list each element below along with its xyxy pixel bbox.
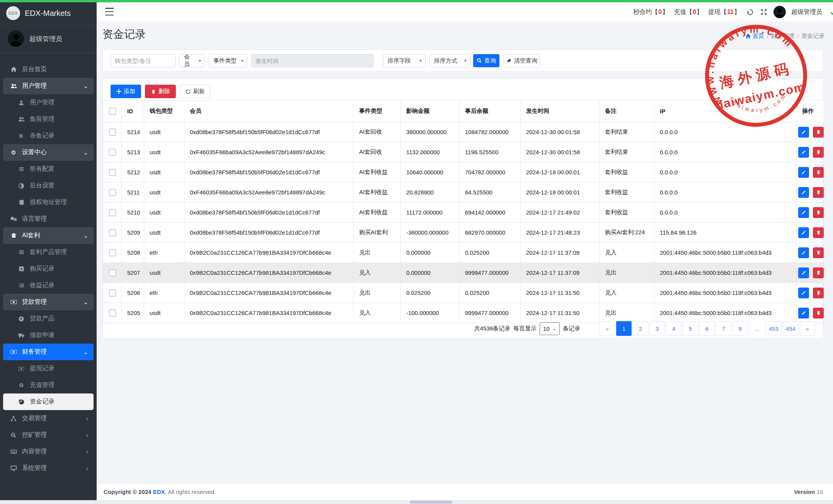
select-all-checkbox[interactable] bbox=[109, 108, 116, 115]
page-button[interactable]: 2 bbox=[633, 321, 648, 336]
col-time[interactable]: 发生时间 bbox=[521, 100, 600, 122]
col-event-type[interactable]: 事件类型 bbox=[354, 100, 401, 122]
sidebar-item-fund-records[interactable]: 资金记录 bbox=[3, 393, 94, 410]
page-button[interactable]: 454 bbox=[783, 321, 799, 336]
sidebar-item-purchase-records[interactable]: A 购买记录 bbox=[3, 261, 94, 277]
page-button[interactable]: 7 bbox=[716, 321, 731, 336]
page-button[interactable]: 1 bbox=[616, 321, 632, 336]
sidebar-item-settings-center[interactable]: ⚙ 设置中心 ⌄ bbox=[3, 144, 94, 161]
page-button[interactable]: 6 bbox=[699, 321, 715, 336]
col-note[interactable]: 备注 bbox=[600, 100, 654, 122]
col-balance[interactable]: 事后余额 bbox=[460, 100, 521, 122]
scrollbar-thumb[interactable] bbox=[410, 501, 452, 504]
page-button[interactable]: 453 bbox=[766, 321, 782, 336]
edit-button[interactable] bbox=[798, 308, 809, 318]
edit-button[interactable] bbox=[798, 187, 809, 198]
edit-button[interactable] bbox=[798, 227, 809, 238]
sidebar-item-arbitrage-products[interactable]: 套利产品管理 bbox=[3, 244, 94, 261]
delete-row-button[interactable] bbox=[813, 127, 824, 138]
col-ip[interactable]: IP bbox=[654, 100, 797, 122]
row-checkbox[interactable] bbox=[109, 149, 116, 156]
clear-search-button[interactable]: 清空查询 bbox=[503, 54, 540, 67]
time-range-input[interactable] bbox=[251, 54, 373, 67]
edit-button[interactable] bbox=[798, 127, 809, 138]
row-checkbox[interactable] bbox=[109, 269, 116, 276]
row-checkbox[interactable] bbox=[109, 310, 116, 317]
sidebar-item-fry-mgmt[interactable]: 鱼苗管理 bbox=[3, 111, 94, 128]
page-button[interactable]: 5 bbox=[683, 321, 698, 336]
breadcrumb-home[interactable]: 首页 bbox=[745, 32, 764, 40]
sidebar-item-loan-products[interactable]: P 贷款产品 bbox=[3, 310, 94, 327]
stat-recharge[interactable]: 充值【0】 bbox=[674, 8, 703, 16]
delete-row-button[interactable] bbox=[813, 227, 824, 238]
member-select[interactable]: 会员▾ bbox=[179, 54, 205, 67]
edit-button[interactable] bbox=[798, 207, 809, 218]
page-button[interactable]: « bbox=[600, 321, 615, 336]
sidebar-toggle-icon[interactable] bbox=[105, 8, 114, 15]
edit-button[interactable] bbox=[798, 167, 809, 178]
edit-button[interactable] bbox=[798, 288, 809, 298]
sidebar-item-profit-records[interactable]: 收益记录 bbox=[3, 277, 94, 294]
row-checkbox[interactable] bbox=[109, 249, 116, 256]
per-page-select[interactable]: 10 ⌄ bbox=[540, 322, 560, 335]
sidebar-item-content-mgmt[interactable]: 内容管理 ‹ bbox=[3, 443, 94, 460]
sidebar-item-auth-address[interactable]: 授权地址管理 bbox=[3, 194, 94, 211]
sort-field-select[interactable]: 排序字段▾ bbox=[383, 54, 426, 67]
edit-button[interactable] bbox=[798, 267, 809, 278]
delete-row-button[interactable] bbox=[813, 147, 824, 158]
sidebar-item-loan-applications[interactable]: 借款申请 bbox=[3, 327, 94, 344]
edit-button[interactable] bbox=[798, 147, 809, 158]
delete-row-button[interactable] bbox=[813, 207, 824, 218]
page-button[interactable]: » bbox=[800, 321, 815, 336]
delete-button[interactable]: 删除 bbox=[145, 85, 176, 98]
add-button[interactable]: 添加 bbox=[111, 85, 141, 98]
sort-order-select[interactable]: 排序方式▾ bbox=[429, 54, 470, 67]
stat-withdraw[interactable]: 提现【11】 bbox=[708, 8, 740, 16]
delete-row-button[interactable] bbox=[813, 288, 824, 298]
row-checkbox[interactable] bbox=[109, 189, 116, 196]
page-button[interactable]: 4 bbox=[666, 321, 681, 336]
wallet-type-input[interactable] bbox=[111, 54, 175, 67]
brand[interactable]: EDX EDX-Markets bbox=[0, 2, 97, 24]
row-checkbox[interactable] bbox=[109, 229, 116, 236]
sidebar-item-mining-mgmt[interactable]: 挖矿管理 ‹ bbox=[3, 427, 94, 443]
sidebar-item-all-config[interactable]: 所有配置 bbox=[3, 161, 94, 177]
sidebar-item-withdraw-records[interactable]: 提现记录 bbox=[3, 360, 94, 377]
sidebar-item-backend-settings[interactable]: 后台设置 bbox=[3, 177, 94, 194]
sidebar-item-trade-mgmt[interactable]: 交易管理 ‹ bbox=[3, 410, 94, 427]
col-wallet-type[interactable]: 钱包类型 bbox=[144, 100, 184, 122]
sidebar-item-kill-records[interactable]: K 杀鱼记录 bbox=[3, 128, 94, 144]
search-button[interactable]: 查询 bbox=[473, 54, 499, 67]
sidebar-item-recharge-mgmt[interactable]: ♻ 充值管理 bbox=[3, 377, 94, 393]
refresh-icon[interactable] bbox=[746, 8, 754, 16]
breadcrumb-finance[interactable]: 财务管理 bbox=[771, 32, 794, 40]
edit-button[interactable] bbox=[798, 247, 809, 258]
sidebar-item-system-mgmt[interactable]: 系统管理 ‹ bbox=[3, 460, 94, 477]
delete-row-button[interactable] bbox=[813, 267, 824, 278]
sidebar-item-language-mgmt[interactable]: 语言管理 bbox=[3, 211, 94, 227]
fullscreen-icon[interactable] bbox=[760, 8, 768, 16]
horizontal-scrollbar[interactable] bbox=[0, 500, 833, 504]
page-button[interactable]: 8 bbox=[732, 321, 748, 336]
delete-row-button[interactable] bbox=[813, 187, 824, 198]
header-user-name[interactable]: 超级管理员 bbox=[791, 8, 822, 16]
col-member[interactable]: 会员 bbox=[184, 100, 354, 122]
refresh-table-button[interactable]: 刷新 bbox=[180, 85, 211, 98]
page-button[interactable]: ... bbox=[749, 321, 765, 336]
col-id[interactable]: ID bbox=[122, 100, 144, 122]
stat-contract[interactable]: 秒合约【0】 bbox=[633, 8, 668, 16]
header-avatar[interactable] bbox=[773, 6, 786, 18]
footer-brand-link[interactable]: EDX. bbox=[153, 489, 167, 495]
row-checkbox[interactable] bbox=[109, 209, 116, 216]
event-type-select[interactable]: 事件类型▾ bbox=[209, 54, 247, 67]
sidebar-item-user-list[interactable]: 用户管理 bbox=[3, 94, 94, 111]
sidebar-item-ai-arbitrage[interactable]: AI套利 ⌄ bbox=[3, 227, 94, 244]
col-amount[interactable]: 影响金额 bbox=[401, 100, 460, 122]
page-button[interactable]: 3 bbox=[649, 321, 665, 336]
sidebar-item-user-mgmt[interactable]: 用户管理 ⌄ bbox=[3, 78, 94, 94]
delete-row-button[interactable] bbox=[813, 247, 824, 258]
row-checkbox[interactable] bbox=[109, 289, 116, 296]
sidebar-item-dashboard[interactable]: 后台首页 bbox=[3, 61, 94, 78]
row-checkbox[interactable] bbox=[109, 169, 116, 176]
delete-row-button[interactable] bbox=[813, 308, 824, 318]
